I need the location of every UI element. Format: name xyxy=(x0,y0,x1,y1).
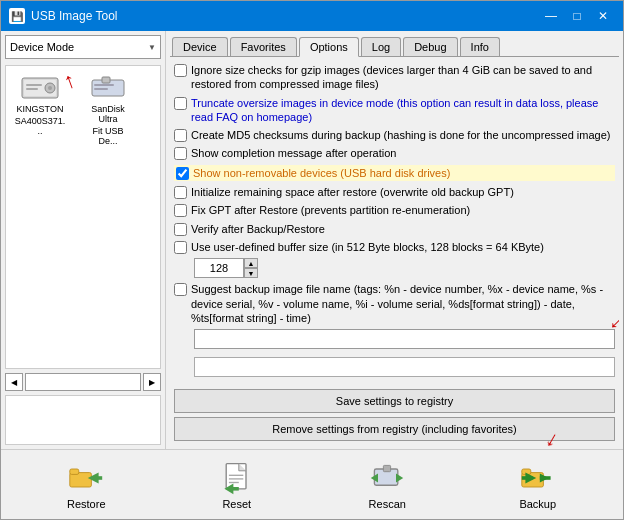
buffer-spin-down[interactable]: ▼ xyxy=(244,268,258,278)
label-fixgpt: Fix GPT after Restore (prevents partitio… xyxy=(191,203,470,217)
save-registry-button[interactable]: Save settings to registry xyxy=(174,389,615,413)
option-truncate: Truncate oversize images in device mode … xyxy=(174,96,615,125)
svg-rect-29 xyxy=(540,476,551,480)
option-buffer: Use user-defined buffer size (in 512 Byt… xyxy=(174,240,615,254)
checkbox-filename[interactable] xyxy=(174,283,187,296)
right-panel: Device Favorites Options Log Debug Info … xyxy=(166,31,623,449)
label-verify: Verify after Backup/Restore xyxy=(191,222,325,236)
dropdown-arrow-icon: ▼ xyxy=(148,43,156,52)
tab-device[interactable]: Device xyxy=(172,37,228,56)
tab-log[interactable]: Log xyxy=(361,37,401,56)
checkbox-completion[interactable] xyxy=(174,147,187,160)
option-gzip: Ignore size checks for gzip images (devi… xyxy=(174,63,615,92)
checkbox-buffer[interactable] xyxy=(174,241,187,254)
svg-rect-21 xyxy=(384,465,391,471)
restore-label: Restore xyxy=(67,498,106,510)
label-md5: Create MD5 checksums during backup (hash… xyxy=(191,128,610,142)
checkbox-truncate[interactable] xyxy=(174,97,187,110)
label-filename: Suggest backup image file name (tags: %n… xyxy=(191,282,615,325)
checkbox-md5[interactable] xyxy=(174,129,187,142)
main-window: 💾 USB Image Tool — □ ✕ Device Mode ▼ xyxy=(0,0,624,520)
restore-icon xyxy=(68,460,104,496)
tab-info[interactable]: Info xyxy=(460,37,500,56)
backup-svg xyxy=(520,460,556,496)
svg-marker-23 xyxy=(396,473,403,482)
label-gzip: Ignore size checks for gzip images (devi… xyxy=(191,63,615,92)
device-label-sandisk-1: SanDisk Ultra xyxy=(82,104,134,124)
scroll-right-btn[interactable]: ▶ xyxy=(143,373,161,391)
option-fixgpt: Fix GPT after Restore (prevents partitio… xyxy=(174,203,615,217)
backup-label: Backup xyxy=(519,498,556,510)
buffer-spin-up[interactable]: ▲ xyxy=(244,258,258,268)
device-icon-kingston xyxy=(20,74,60,102)
svg-rect-7 xyxy=(102,77,110,83)
devices-list: KINGSTON SA400S371... ↑ Sa xyxy=(5,65,161,369)
svg-rect-27 xyxy=(522,476,533,480)
scroll-track xyxy=(25,373,141,391)
svg-rect-9 xyxy=(94,88,108,90)
reset-button[interactable]: Reset xyxy=(207,456,267,514)
svg-rect-4 xyxy=(26,84,42,86)
device-item-sandisk[interactable]: SanDisk Ultra Fit USB De... xyxy=(78,70,138,150)
buffer-spinner: ▲ ▼ xyxy=(244,258,258,278)
rescan-svg xyxy=(369,460,405,496)
bottom-toolbar: Restore Reset xyxy=(1,449,623,519)
option-initialize: Initialize remaining space after restore… xyxy=(174,185,615,199)
tabs-bar: Device Favorites Options Log Debug Info xyxy=(170,35,619,57)
checkbox-gzip[interactable] xyxy=(174,64,187,77)
label-nonremovable: Show non-removable devices (USB hard dis… xyxy=(193,166,450,180)
device-label-kingston-1: KINGSTON xyxy=(17,104,64,114)
options-tab-content: Ignore size checks for gzip images (devi… xyxy=(170,57,619,445)
option-filename: Suggest backup image file name (tags: %n… xyxy=(174,282,615,325)
svg-rect-8 xyxy=(94,84,114,86)
label-completion: Show completion message after operation xyxy=(191,146,396,160)
filename-input[interactable] xyxy=(194,329,615,349)
label-initialize: Initialize remaining space after restore… xyxy=(191,185,514,199)
tab-options[interactable]: Options xyxy=(299,37,359,57)
backup-button[interactable]: ↓ Backup xyxy=(508,456,568,514)
registry-input[interactable] xyxy=(194,357,615,377)
device-label-sandisk-2: Fit USB De... xyxy=(82,126,134,146)
checkbox-initialize[interactable] xyxy=(174,186,187,199)
sidebar: Device Mode ▼ xyxy=(1,31,166,449)
svg-rect-14 xyxy=(226,463,246,488)
svg-rect-5 xyxy=(26,88,38,90)
rescan-button[interactable]: Rescan xyxy=(357,456,417,514)
restore-button[interactable]: Restore xyxy=(56,456,116,514)
device-mode-label: Device Mode xyxy=(10,41,148,53)
maximize-button[interactable]: □ xyxy=(565,6,589,26)
svg-rect-13 xyxy=(93,476,102,480)
svg-rect-11 xyxy=(70,469,79,474)
checkbox-verify[interactable] xyxy=(174,223,187,236)
backup-icon xyxy=(520,460,556,496)
device-icon-sandisk xyxy=(88,74,128,102)
close-button[interactable]: ✕ xyxy=(591,6,615,26)
filename-input-row: ↓ xyxy=(174,329,615,349)
tab-debug[interactable]: Debug xyxy=(403,37,457,56)
label-truncate: Truncate oversize images in device mode … xyxy=(191,96,615,125)
tab-favorites[interactable]: Favorites xyxy=(230,37,297,56)
svg-rect-19 xyxy=(228,487,239,491)
registry-input-row xyxy=(174,357,615,381)
buffer-row: ▲ ▼ xyxy=(174,258,615,278)
sidebar-extra-area xyxy=(5,395,161,445)
scroll-left-btn[interactable]: ◀ xyxy=(5,373,23,391)
buffer-input[interactable] xyxy=(194,258,244,278)
checkbox-nonremovable[interactable] xyxy=(176,167,189,180)
app-icon: 💾 xyxy=(9,8,25,24)
reset-svg xyxy=(219,460,255,496)
minimize-button[interactable]: — xyxy=(539,6,563,26)
sidebar-scrollbar: ◀ ▶ xyxy=(5,373,161,391)
option-nonremovable: Show non-removable devices (USB hard dis… xyxy=(174,165,615,181)
device-item-kingston[interactable]: KINGSTON SA400S371... xyxy=(10,70,70,150)
option-verify: Verify after Backup/Restore xyxy=(174,222,615,236)
window-controls: — □ ✕ xyxy=(539,6,615,26)
option-md5: Create MD5 checksums during backup (hash… xyxy=(174,128,615,142)
checkbox-fixgpt[interactable] xyxy=(174,204,187,217)
app-title: USB Image Tool xyxy=(31,9,533,23)
save-btn-row: Save settings to registry xyxy=(174,389,615,413)
device-mode-dropdown[interactable]: Device Mode ▼ xyxy=(5,35,161,59)
reset-label: Reset xyxy=(222,498,251,510)
rescan-label: Rescan xyxy=(369,498,406,510)
main-content: Device Mode ▼ xyxy=(1,31,623,449)
